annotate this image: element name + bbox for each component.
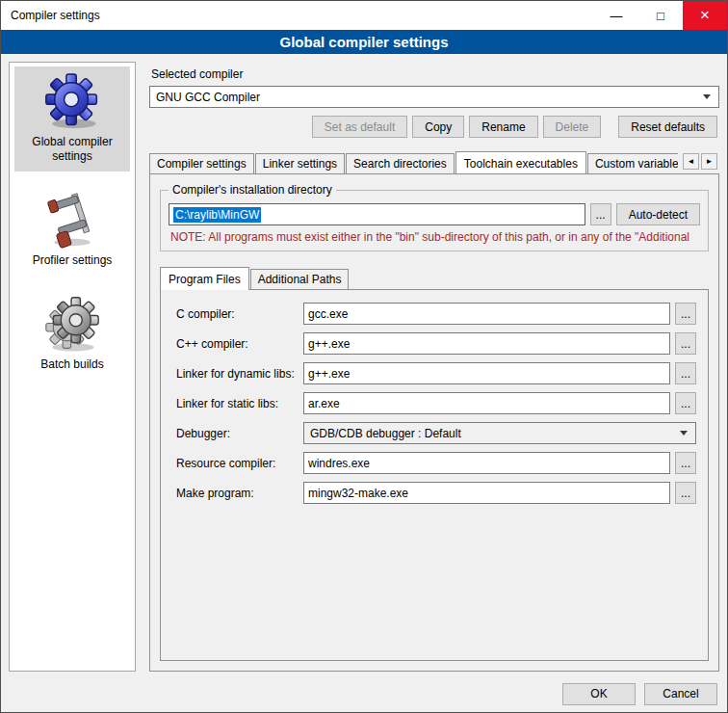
tab-toolchain-executables[interactable]: Toolchain executables [455, 151, 586, 173]
field-row-dynamic-linker: Linker for dynamic libs: g++.exe ... [176, 362, 696, 384]
resource-compiler-input[interactable]: windres.exe [303, 452, 670, 474]
minimize-icon: — [611, 9, 623, 23]
input-value: ar.exe [308, 397, 340, 410]
tab-custom-variables[interactable]: Custom variables [587, 153, 678, 173]
title-bar[interactable]: Compiler settings — □ × [1, 1, 727, 30]
dialog-footer: OK Cancel [1, 675, 727, 712]
toolchain-executables-panel: Compiler's installation directory C:\ray… [149, 173, 719, 672]
gear-gray-icon [43, 295, 101, 353]
cpp-compiler-input[interactable]: g++.exe [303, 332, 670, 355]
tab-scroll-right-button[interactable]: ► [701, 153, 717, 170]
input-value: gcc.exe [308, 307, 348, 321]
browse-button[interactable]: ... [675, 482, 696, 504]
reset-defaults-button[interactable]: Reset defaults [618, 116, 717, 138]
settings-tabstrip: Compiler settings Linker settings Search… [149, 149, 678, 173]
ok-button[interactable]: OK [562, 683, 636, 705]
field-label: Debugger: [176, 427, 303, 440]
field-row-cpp-compiler: C++ compiler: g++.exe ... [176, 332, 696, 355]
field-label: Linker for dynamic libs: [176, 367, 303, 381]
input-value: mingw32-make.exe [308, 487, 408, 500]
sidebar-item-label: Profiler settings [33, 253, 113, 268]
subtab-additional-paths[interactable]: Additional Paths [250, 269, 350, 289]
install-dir-input[interactable]: C:\raylib\MinGW [169, 203, 585, 225]
tab-compiler-settings[interactable]: Compiler settings [149, 153, 254, 173]
tab-linker-settings[interactable]: Linker settings [255, 153, 345, 173]
gear-blue-icon [43, 72, 101, 130]
close-button[interactable]: × [683, 1, 727, 30]
settings-category-list: Global compiler settings Profiler settin… [9, 62, 136, 672]
c-compiler-input[interactable]: gcc.exe [303, 303, 670, 325]
tab-scroll-left-button[interactable]: ◄ [683, 153, 699, 170]
debugger-select[interactable]: GDB/CDB debugger : Default [303, 422, 696, 444]
field-label: Resource compiler: [176, 457, 303, 470]
static-libs-linker-input[interactable]: ar.exe [303, 392, 670, 414]
installation-directory-row: C:\raylib\MinGW ... Auto-detect [169, 203, 700, 225]
bin-subdirectory-note: NOTE: All programs must exist either in … [170, 230, 698, 244]
install-dir-value: C:\raylib\MinGW [173, 207, 261, 223]
dialog-content: Global compiler settings Profiler settin… [1, 54, 727, 675]
sidebar-item-label: Batch builds [40, 357, 103, 372]
browse-button[interactable]: ... [675, 452, 696, 474]
input-value: g++.exe [308, 367, 350, 381]
compiler-select[interactable]: GNU GCC Compiler [149, 86, 719, 108]
program-files-panel: C compiler: gcc.exe ... C++ compiler: g+… [160, 289, 709, 661]
browse-button[interactable]: ... [675, 332, 696, 355]
delete-button[interactable]: Delete [543, 116, 602, 138]
field-row-make-program: Make program: mingw32-make.exe ... [176, 482, 696, 504]
compiler-settings-dialog: Compiler settings — □ × Global compiler … [0, 0, 728, 713]
chevron-down-icon [703, 94, 711, 99]
field-label: Linker for static libs: [176, 397, 303, 410]
browse-button[interactable]: ... [675, 362, 696, 384]
sidebar-item-batch-builds[interactable]: Batch builds [14, 289, 130, 380]
compiler-select-value: GNU GCC Compiler [150, 91, 695, 104]
field-row-static-linker: Linker for static libs: ar.exe ... [176, 392, 696, 414]
tab-scroll-buttons: ◄ ► [678, 153, 719, 173]
install-dir-browse-button[interactable]: ... [590, 203, 611, 225]
maximize-icon: □ [657, 9, 664, 23]
field-row-resource-compiler: Resource compiler: windres.exe ... [176, 452, 696, 474]
browse-button[interactable]: ... [675, 303, 696, 325]
field-row-debugger: Debugger: GDB/CDB debugger : Default [176, 422, 696, 444]
settings-tabbar: Compiler settings Linker settings Search… [149, 149, 719, 173]
make-program-input[interactable]: mingw32-make.exe [303, 482, 670, 504]
groupbox-title: Compiler's installation directory [169, 183, 336, 197]
page-title: Global compiler settings [1, 30, 727, 54]
input-value: windres.exe [308, 457, 370, 470]
browse-button[interactable]: ... [675, 392, 696, 414]
program-files-tabbar: Program Files Additional Paths [160, 265, 709, 289]
sidebar-item-global-compiler-settings[interactable]: Global compiler settings [14, 66, 130, 172]
field-label: Make program: [176, 487, 303, 500]
field-label: C compiler: [176, 307, 303, 321]
chevron-down-icon [680, 431, 688, 436]
selected-compiler-label: Selected compiler [151, 67, 719, 81]
maximize-button[interactable]: □ [638, 1, 683, 30]
tab-search-directories[interactable]: Search directories [346, 153, 455, 173]
sidebar-item-label: Global compiler settings [16, 135, 128, 164]
cancel-button[interactable]: Cancel [644, 683, 717, 705]
debugger-select-value: GDB/CDB debugger : Default [304, 427, 672, 440]
close-icon: × [700, 6, 710, 25]
window-title: Compiler settings [1, 1, 594, 30]
installation-directory-groupbox: Compiler's installation directory C:\ray… [160, 190, 709, 251]
dynamic-libs-linker-input[interactable]: g++.exe [303, 362, 670, 384]
rename-button[interactable]: Rename [469, 116, 537, 138]
field-row-c-compiler: C compiler: gcc.exe ... [176, 303, 696, 325]
copy-button[interactable]: Copy [412, 116, 464, 138]
arrow-right-icon: ► [706, 157, 714, 166]
main-panel: Selected compiler GNU GCC Compiler Set a… [145, 62, 719, 672]
clamp-icon [43, 191, 101, 249]
subtab-program-files[interactable]: Program Files [160, 267, 249, 290]
compiler-buttons-row: Set as default Copy Rename Delete Reset … [149, 116, 719, 138]
arrow-left-icon: ◄ [688, 157, 695, 166]
minimize-button[interactable]: — [594, 1, 638, 30]
set-as-default-button[interactable]: Set as default [312, 116, 407, 138]
field-label: C++ compiler: [176, 337, 303, 351]
sidebar-item-profiler-settings[interactable]: Profiler settings [14, 185, 130, 276]
autodetect-button[interactable]: Auto-detect [616, 203, 700, 225]
input-value: g++.exe [308, 337, 350, 351]
